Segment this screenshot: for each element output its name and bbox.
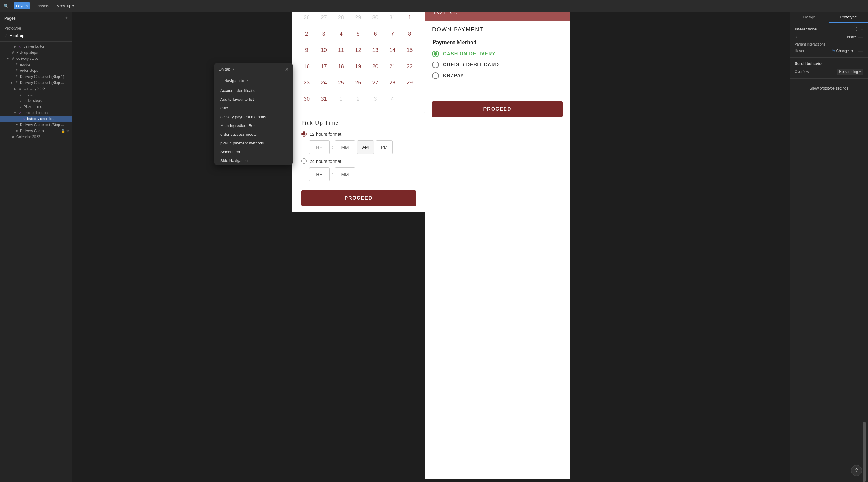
layer-calendar-2023[interactable]: ▶ # Calendar 2023 xyxy=(0,134,72,140)
layer-navbar-1[interactable]: ▶ # navbar xyxy=(0,62,72,68)
calendar-cell[interactable]: 6 xyxy=(367,26,383,42)
payment-kbzpay[interactable]: KBZPAY xyxy=(432,72,563,79)
proceed-button-left[interactable]: PROCEED xyxy=(301,190,416,206)
radio-cod[interactable] xyxy=(432,51,439,57)
dropdown-item-ingredient[interactable]: Main Ingredient Result xyxy=(214,121,293,130)
calendar-cell[interactable]: 9 xyxy=(299,42,315,58)
add-page-button[interactable]: + xyxy=(65,15,68,22)
hour-input-24[interactable]: HH xyxy=(309,167,330,181)
tab-prototype[interactable]: Prototype xyxy=(829,12,868,23)
hour-input-12[interactable]: HH xyxy=(309,140,330,154)
calendar-cell[interactable]: 5 xyxy=(350,26,366,42)
radio-card[interactable] xyxy=(432,62,439,68)
dropdown-item-side-nav[interactable]: Side Navigation xyxy=(214,156,293,165)
calendar-cell[interactable]: 16 xyxy=(299,58,315,74)
calendar-cell[interactable]: 7 xyxy=(384,26,401,42)
calendar-cell[interactable]: 20 xyxy=(367,58,383,74)
calendar-cell[interactable]: 17 xyxy=(316,58,332,74)
calendar-cell[interactable]: 18 xyxy=(333,58,349,74)
close-dropdown-button[interactable]: ✕ xyxy=(285,66,288,72)
pm-button[interactable]: PM xyxy=(376,140,393,154)
payment-card[interactable]: CREDIT/ DEBIT CARD xyxy=(432,62,563,68)
calendar-cell[interactable]: 24 xyxy=(316,74,332,91)
calendar-cell[interactable]: 1 xyxy=(333,91,349,107)
add-interaction-button[interactable]: + xyxy=(279,66,282,72)
calendar-cell[interactable]: 3 xyxy=(316,26,332,42)
calendar-cell[interactable]: 28 xyxy=(384,74,401,91)
layer-delivery-checkout-step[interactable]: ▼ # Delivery Check out (Step ... xyxy=(0,79,72,86)
dropdown-item-favourite[interactable]: Add to favourite list xyxy=(214,95,293,104)
minute-input-24[interactable]: MM xyxy=(335,167,355,181)
right-tabs: Design Prototype xyxy=(790,12,868,23)
calendar-cell[interactable]: 21 xyxy=(384,58,401,74)
calendar-cell[interactable]: 13 xyxy=(367,42,383,58)
calendar-cell[interactable]: 22 xyxy=(401,58,418,74)
layer-proceed-button[interactable]: ▼ ◇ proceed button xyxy=(0,110,72,116)
calendar-cell[interactable]: 30 xyxy=(299,91,315,107)
calendar-cell[interactable]: 15 xyxy=(401,42,418,58)
layer-navbar-2[interactable]: ▶ # navbar xyxy=(0,92,72,98)
calendar-cell[interactable]: 4 xyxy=(333,26,349,42)
dropdown-item-select-item[interactable]: Select Item xyxy=(214,148,293,156)
format-24-radio[interactable] xyxy=(301,158,307,164)
format-24-option[interactable]: 24 hours format xyxy=(301,158,416,164)
tab-layers[interactable]: Layers xyxy=(13,2,30,9)
calendar-cell[interactable] xyxy=(401,91,418,107)
remove-hover-button[interactable]: — xyxy=(858,48,863,54)
calendar-cell[interactable]: 8 xyxy=(401,26,418,42)
search-icon[interactable]: 🔍 xyxy=(4,4,9,8)
format-12-option[interactable]: 12 hours format xyxy=(301,131,416,137)
calendar-cell[interactable]: 4 xyxy=(384,91,401,107)
calendar-cell[interactable]: 12 xyxy=(350,42,366,58)
calendar-cell[interactable]: 23 xyxy=(299,74,315,91)
layer-button-android[interactable]: ▶ ◇ button / android... xyxy=(0,116,72,122)
remove-tap-button[interactable]: — xyxy=(858,34,863,40)
dropdown-item-pickup-payment[interactable]: pickup payment methods xyxy=(214,139,293,148)
layer-order-steps[interactable]: ▶ # order steps xyxy=(0,68,72,74)
dropdown-item-order-success[interactable]: order success modal xyxy=(214,130,293,139)
minute-input-12[interactable]: MM xyxy=(335,140,355,154)
tab-mockup[interactable]: Mock up ▾ xyxy=(56,4,74,8)
layer-january-2023[interactable]: ▶ ≡ January 2023 xyxy=(0,86,72,92)
calendar-cell[interactable]: 2 xyxy=(350,91,366,107)
calendar-cell[interactable]: 3 xyxy=(367,91,383,107)
proceed-button-right[interactable]: PROCEED xyxy=(432,101,563,117)
radio-kbzpay[interactable] xyxy=(432,72,439,79)
layer-order-steps-2[interactable]: ▶ # order steps xyxy=(0,98,72,104)
layer-delivery-check[interactable]: ▶ # Delivery Check ... 🔒 👁 xyxy=(0,128,72,134)
frame-icon: # xyxy=(11,135,15,139)
calendar-cell[interactable]: 29 xyxy=(401,74,418,91)
show-prototype-button[interactable]: Show prototype settings xyxy=(795,84,863,93)
calendar-cell[interactable]: 10 xyxy=(316,42,332,58)
tab-assets[interactable]: Assets xyxy=(35,2,52,9)
page-prototype[interactable]: Prototype xyxy=(0,25,72,32)
calendar-cell[interactable]: 11 xyxy=(333,42,349,58)
tab-design[interactable]: Design xyxy=(790,12,829,23)
add-interaction-button[interactable]: + xyxy=(861,27,863,31)
dropdown-item-delivery-payment[interactable]: delivery payment methods xyxy=(214,113,293,121)
interaction-link-icon[interactable]: ⬡ xyxy=(855,27,858,31)
calendar-cell[interactable]: 25 xyxy=(333,74,349,91)
layer-delivery-steps[interactable]: ▼ # delivery steps xyxy=(0,56,72,62)
calendar-cell[interactable]: 31 xyxy=(316,91,332,107)
overflow-value[interactable]: No scrolling ▾ xyxy=(837,69,863,75)
dropdown-item-account[interactable]: Account Identification xyxy=(214,86,293,95)
navigate-to-row[interactable]: → Navigate to ▾ xyxy=(214,75,293,86)
layer-pick-up-steps[interactable]: ▶ # Pick up steps xyxy=(0,50,72,56)
layer-pickup-time[interactable]: ▶ # Pickup time xyxy=(0,104,72,110)
layer-deliver-button[interactable]: ▶ ◇ deliver button xyxy=(0,43,72,50)
calendar-cell[interactable]: 19 xyxy=(350,58,366,74)
page-mockup[interactable]: ✓Mock up xyxy=(0,32,72,39)
help-button[interactable]: ? xyxy=(851,465,862,476)
calendar-cell[interactable]: 26 xyxy=(350,74,366,91)
payment-cod[interactable]: CASH ON DELIVERY xyxy=(432,51,563,57)
calendar-cell[interactable]: 2 xyxy=(299,26,315,42)
layer-delivery-checkout-step2[interactable]: ▶ # Delivery Check out (Step ... xyxy=(0,122,72,128)
calendar-cell[interactable]: 14 xyxy=(384,42,401,58)
format-12-radio[interactable] xyxy=(301,131,307,137)
dropdown-item-cart[interactable]: Cart xyxy=(214,104,293,113)
calendar-cell[interactable]: 27 xyxy=(367,74,383,91)
am-button[interactable]: AM xyxy=(357,140,374,154)
layer-delivery-checkout-1[interactable]: ▶ # Delivery Check out (Step 1) xyxy=(0,74,72,79)
sidebar-scrollbar[interactable] xyxy=(863,422,866,482)
